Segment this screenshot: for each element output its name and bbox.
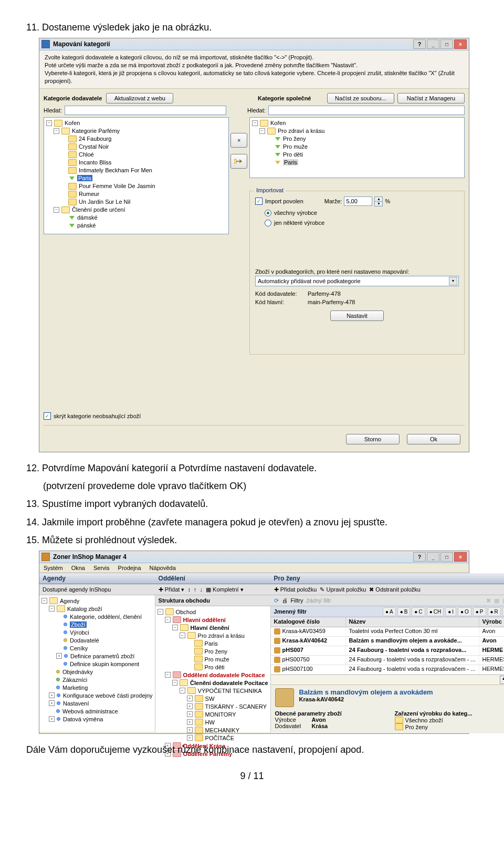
help-button[interactable]: ? [413,39,426,49]
menu-help[interactable]: Nápověda [150,565,176,571]
menu-system[interactable]: Systém [44,565,63,571]
col-header-producer[interactable]: Výrobc [479,617,504,627]
tree-node[interactable]: Webová administrace [62,708,118,714]
tree-node[interactable]: Objednávky [62,669,93,675]
tree-node-selected[interactable]: Paris [77,175,92,181]
expand-icon[interactable]: + [187,735,193,741]
tree-node[interactable]: Chloé [79,151,94,158]
cancel-button[interactable]: Storno [346,434,400,444]
tree-node[interactable]: Pro ženy [283,136,306,142]
expand-icon[interactable]: + [187,703,193,709]
edit-item-button[interactable]: ✎ Upravit položku [320,586,366,593]
tree-node[interactable]: Katalog zboží [67,606,102,612]
departments-tree[interactable]: −Obchod −Hlavní oddělení −Hlavní členění… [155,606,271,732]
expand-icon[interactable]: − [172,625,178,630]
tree-node[interactable]: Marketing [62,685,88,691]
ok-button[interactable]: Ok [407,434,460,444]
expand-icon[interactable]: − [165,672,171,678]
tree-node[interactable]: pánské [77,222,96,229]
tree-node[interactable]: Pro muže [283,143,308,150]
subcat-select[interactable]: Automaticky přidávat nové podkategorie ▾ [255,276,459,286]
minimize-button[interactable]: _ [427,39,439,49]
maximize-button[interactable]: □ [440,552,453,562]
tree-node[interactable]: Výrobci [70,629,89,636]
tree-node[interactable]: Datová výměna [63,716,103,722]
add-dept-button[interactable]: ✚ Přidat ▾ [159,586,185,593]
expand-icon[interactable]: − [158,609,163,615]
tree-node[interactable]: Intimately Beckham For Men [79,167,152,173]
maximize-button[interactable]: □ [440,39,453,49]
unlink-button[interactable]: × [230,133,247,148]
tree-node[interactable]: dámské [77,214,98,221]
link-button[interactable] [230,154,247,169]
expand-icon[interactable]: − [49,606,55,611]
delete-item-button[interactable]: ✖ Odstranit položku [369,586,421,593]
tree-node[interactable]: Kategorie, oddělení, členění [70,614,142,620]
expand-icon[interactable]: + [187,696,193,701]
table-row[interactable]: pHS00724 Faubourg - toaletní voda s rozp… [271,646,504,656]
load-from-manager-button[interactable]: Načíst z Manageru [397,93,465,103]
margin-spin-down[interactable]: ▼ [374,202,383,206]
all-producers-radio[interactable]: všechny výrobce [265,210,459,216]
tree-node[interactable]: Konfigurace webové části prodejny [63,692,153,699]
refresh-from-web-button[interactable]: Aktualizovat z webu [106,93,173,103]
tree-node[interactable]: Pour Femme Voile De Jasmin [79,183,155,189]
tb-icon-a[interactable]: ↕ [187,586,191,593]
tree-node-selected[interactable]: Zboží [70,621,87,628]
tree-node[interactable]: Nastavení [63,700,89,707]
tree-node-root[interactable]: Agendy [60,598,79,604]
table-row[interactable]: Krasa-kAV03459Toaletní voda Perfect Cott… [271,627,504,637]
table-row[interactable]: pHS00710024 Faubourg - toaletní voda s r… [271,665,504,675]
tree-node[interactable]: Členění dodavatele Pocitace [190,680,268,686]
expand-icon[interactable]: + [49,716,55,722]
letter-filter[interactable]: ● P [473,607,486,616]
tool-icon[interactable]: ▦ [494,597,499,604]
expand-icon[interactable]: − [172,680,178,686]
tree-node[interactable]: VÝPOČETNÍ TECHNIKA [198,688,262,694]
tree-node[interactable]: Hlavní oddělení [183,617,226,623]
letter-filter[interactable]: ● A [383,607,396,616]
tree-node[interactable]: Incanto Bliss [79,159,111,165]
add-item-button[interactable]: ✚ Přidat položku [274,586,317,593]
tree-node-root[interactable]: Kořen [270,120,286,126]
tree-node[interactable]: Rumeur [79,191,99,197]
tree-node[interactable]: Definice parametrů zboží [70,653,134,659]
expand-icon[interactable]: − [41,598,47,604]
close-button[interactable]: × [454,39,467,49]
table-row[interactable]: Krasa-kAV40642Balzám s mandlovým olejem … [271,637,504,646]
menu-shop[interactable]: Prodejna [118,565,141,571]
expand-icon[interactable]: − [180,633,185,638]
load-from-file-button[interactable]: Načíst ze souboru... [327,93,394,103]
letter-filter[interactable]: ● R [488,607,501,616]
tool-icon[interactable]: ✖ [486,597,491,604]
tree-node[interactable]: 24 Faubourg [79,136,111,142]
import-allowed-checkbox[interactable]: ✓Import povolen [255,198,303,205]
tree-node[interactable]: Pro ženy [205,648,227,655]
search-left-input[interactable] [65,106,226,115]
category-link[interactable]: Pro ženy [405,724,428,730]
tree-node[interactable]: Ceníky [70,645,88,651]
tb-icon-b[interactable]: ↑ [194,586,197,593]
expand-icon[interactable]: + [49,700,55,706]
letter-filter[interactable]: ● B [397,607,411,616]
tree-node[interactable]: MONITORY [205,711,236,718]
some-producers-radio[interactable]: jen některé výrobce [265,220,459,226]
expand-icon[interactable]: − [259,128,265,134]
expand-icon[interactable]: + [187,711,193,717]
expand-icon[interactable]: + [187,727,193,733]
tree-node[interactable]: Zákazníci [62,677,87,683]
table-row[interactable]: pHS0075024 Faubourg - toaletní voda s ro… [271,656,504,665]
expand-icon[interactable]: − [165,617,171,623]
expand-icon[interactable]: + [187,719,193,725]
tree-node[interactable]: Hlavní členění [191,625,229,631]
tree-node[interactable]: Kategorie Parfémy [72,128,120,134]
print-icon[interactable]: 🖨 [282,597,288,604]
tree-node[interactable]: HW [205,719,215,725]
letter-filter[interactable]: ● O [458,607,471,616]
tree-node[interactable]: Crystal Noir [79,143,109,150]
tree-node-root[interactable]: Kořen [65,120,80,126]
tree-node-selected[interactable]: Paris [283,159,298,165]
search-right-input[interactable] [268,106,465,115]
tree-node[interactable]: Definice skupin komponent [70,661,139,667]
expand-icon[interactable]: − [54,128,59,134]
